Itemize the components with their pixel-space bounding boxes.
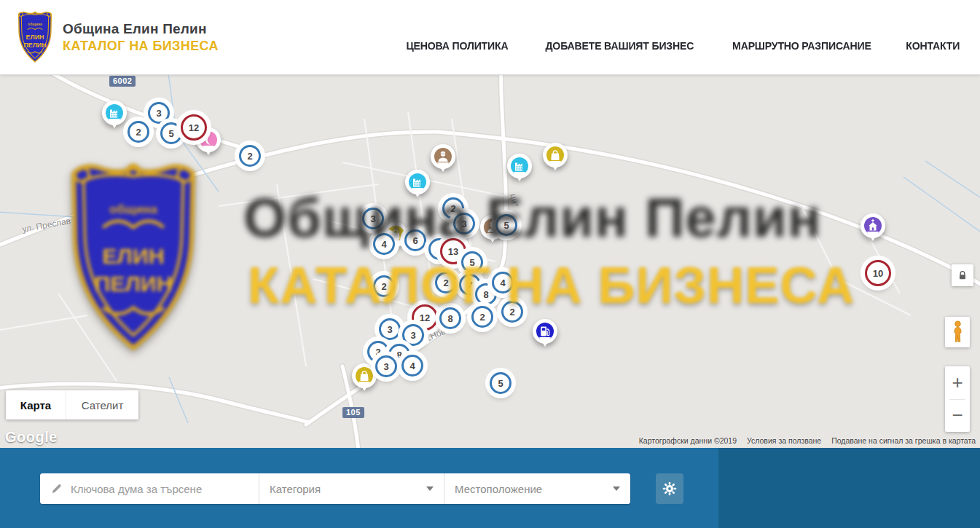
site-subtitle: КАТАЛОГ НА БИЗНЕСА bbox=[63, 39, 219, 54]
category-select[interactable]: Категория bbox=[259, 473, 444, 504]
location-value: Местоположение bbox=[455, 483, 542, 495]
map-markers: 32512232354671352278412822333834510 bbox=[0, 75, 980, 448]
lock-icon bbox=[957, 269, 968, 281]
cluster-marker[interactable]: 10 bbox=[865, 260, 891, 286]
bag-pin[interactable] bbox=[543, 143, 568, 168]
category-value: Категория bbox=[270, 483, 321, 495]
cluster-marker[interactable]: 4 bbox=[492, 272, 514, 293]
svg-text:ПЕЛИН: ПЕЛИН bbox=[23, 42, 46, 49]
nav-add-business[interactable]: ДОБАВЕТЕ ВАШИЯТ БИЗНЕС bbox=[545, 39, 694, 52]
site-title: Община Елин Пелин bbox=[63, 21, 219, 37]
bag-pin[interactable] bbox=[352, 363, 377, 388]
svg-text:ЕЛИН: ЕЛИН bbox=[26, 34, 44, 41]
cluster-marker[interactable]: 4 bbox=[373, 233, 395, 255]
factory-pin[interactable] bbox=[102, 101, 127, 125]
map-type-control: Карта Сателит bbox=[6, 390, 138, 419]
cluster-marker[interactable]: 6 bbox=[404, 229, 426, 251]
map-type-map-button[interactable]: Карта bbox=[6, 390, 66, 419]
cluster-marker[interactable]: 8 bbox=[439, 307, 461, 329]
cluster-marker[interactable]: 3 bbox=[402, 324, 424, 346]
lock-button[interactable] bbox=[952, 264, 973, 286]
cluster-marker[interactable]: 3 bbox=[379, 318, 401, 340]
search-fields-group: Категория Местоположение bbox=[40, 473, 630, 504]
cluster-marker[interactable]: 4 bbox=[401, 355, 423, 377]
cluster-marker[interactable]: 5 bbox=[160, 122, 182, 144]
search-bar: Категория Местоположение bbox=[0, 448, 980, 528]
map-attribution: Картографски данни ©2019 Условия за полз… bbox=[639, 436, 976, 445]
keyword-field[interactable] bbox=[40, 473, 259, 504]
factory-pin[interactable] bbox=[405, 170, 430, 194]
zoom-control: + − bbox=[945, 366, 970, 432]
map-type-satellite-button[interactable]: Сателит bbox=[66, 390, 138, 419]
cluster-marker[interactable]: 3 bbox=[362, 208, 384, 229]
svg-text:община: община bbox=[28, 22, 42, 26]
cluster-marker[interactable]: 2 bbox=[471, 306, 493, 328]
fuel-pin[interactable] bbox=[533, 319, 557, 344]
cluster-marker[interactable]: 3 bbox=[453, 213, 475, 235]
pegman-icon bbox=[951, 320, 965, 344]
worker-pin[interactable] bbox=[431, 144, 455, 169]
attribution-terms-link[interactable]: Условия за ползване bbox=[747, 436, 821, 445]
nav-contacts[interactable]: КОНТАКТИ bbox=[906, 39, 960, 52]
chevron-down-icon bbox=[613, 486, 620, 494]
nav-route-schedule[interactable]: МАРШРУТНО РАЗПИСАНИЕ bbox=[732, 39, 871, 52]
search-bar-right-section bbox=[718, 448, 980, 528]
attribution-data: Картографски данни ©2019 bbox=[639, 436, 737, 445]
cluster-marker[interactable]: 3 bbox=[148, 102, 170, 124]
location-select[interactable]: Местоположение bbox=[444, 473, 630, 504]
cluster-marker[interactable]: 2 bbox=[501, 301, 523, 323]
street-view-pegman-button[interactable] bbox=[945, 317, 970, 347]
attribution-report-link[interactable]: Подаване на сигнал за грешка в картата bbox=[831, 436, 976, 445]
cluster-marker[interactable]: 2 bbox=[128, 121, 149, 143]
page: община ЕЛИН ПЕЛИН Община Елин Пелин КАТА… bbox=[0, 0, 980, 528]
cluster-marker[interactable]: 2 bbox=[373, 275, 395, 297]
keyword-input[interactable] bbox=[71, 483, 246, 495]
cluster-marker[interactable]: 5 bbox=[490, 372, 511, 394]
chevron-down-icon bbox=[426, 486, 434, 494]
cluster-marker[interactable]: 12 bbox=[181, 114, 207, 141]
nav-pricing[interactable]: ЦЕНОВА ПОЛИТИКА bbox=[407, 39, 509, 52]
advanced-settings-button[interactable] bbox=[656, 473, 683, 504]
header: община ЕЛИН ПЕЛИН Община Елин Пелин КАТА… bbox=[0, 0, 980, 75]
cluster-marker[interactable]: 3 bbox=[375, 355, 397, 377]
cluster-marker[interactable]: 2 bbox=[239, 145, 261, 167]
cluster-marker[interactable]: 5 bbox=[495, 214, 517, 236]
pencil-icon bbox=[40, 482, 71, 495]
map-canvas[interactable]: 6002105ул. Преславбул. „Новоселци“ 32512… bbox=[0, 75, 980, 448]
gear-icon bbox=[662, 481, 678, 497]
municipality-logo-icon: община ЕЛИН ПЕЛИН bbox=[16, 10, 54, 64]
factory-pin[interactable] bbox=[507, 154, 532, 178]
zoom-out-button[interactable]: − bbox=[945, 400, 970, 432]
zoom-in-button[interactable]: + bbox=[945, 367, 970, 399]
church-pin[interactable] bbox=[861, 213, 885, 238]
cluster-marker[interactable]: 2 bbox=[435, 272, 457, 293]
brand[interactable]: община ЕЛИН ПЕЛИН Община Елин Пелин КАТА… bbox=[16, 10, 219, 64]
cluster-marker[interactable]: 5 bbox=[461, 251, 483, 273]
main-nav: ЦЕНОВА ПОЛИТИКА ДОБАВЕТЕ ВАШИЯТ БИЗНЕС М… bbox=[403, 39, 962, 52]
google-logo[interactable]: Google bbox=[5, 429, 58, 446]
